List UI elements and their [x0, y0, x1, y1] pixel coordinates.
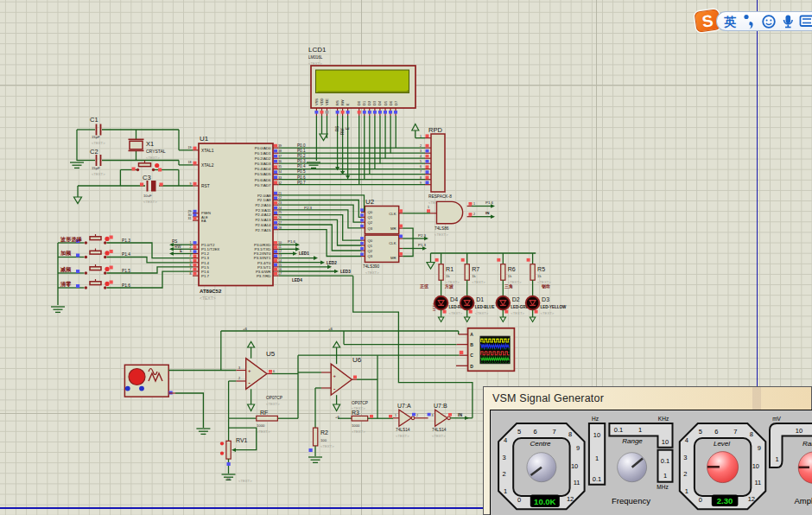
svg-text:D2: D2 [367, 100, 371, 105]
svg-text:P0.3/AD3: P0.3/AD3 [255, 162, 271, 166]
svg-text:P2.2/A10: P2.2/A10 [255, 203, 271, 207]
svg-text:3: 3 [420, 149, 422, 153]
svg-text:P0.2: P0.2 [297, 154, 306, 158]
svg-text:Centre: Centre [530, 440, 551, 448]
svg-text:Ran: Ran [802, 440, 812, 448]
svg-text:27: 27 [278, 221, 282, 225]
svg-text:0.1: 0.1 [661, 457, 669, 465]
svg-text:AT89C52: AT89C52 [200, 289, 222, 294]
svg-text:<TEXT>: <TEXT> [365, 270, 379, 275]
svg-text:U7:B: U7:B [434, 403, 447, 409]
svg-text:12: 12 [278, 250, 282, 253]
svg-text:<TEXT>: <TEXT> [92, 141, 105, 145]
svg-text:8: 8 [420, 176, 422, 180]
svg-text:21: 21 [278, 192, 282, 195]
svg-text:<TEXT>: <TEXT> [511, 311, 524, 315]
svg-text:11: 11 [574, 479, 580, 486]
svg-text:+: + [333, 373, 337, 378]
svg-text:9: 9 [190, 182, 192, 186]
svg-text:24: 24 [278, 207, 282, 210]
svg-text:<TEXT>: <TEXT> [143, 200, 157, 204]
svg-text:D6: D6 [389, 100, 393, 105]
svg-text:三角: 三角 [504, 283, 513, 289]
svg-text:RV1: RV1 [236, 437, 248, 443]
svg-text:5: 5 [190, 259, 192, 263]
svg-text:R1: R1 [446, 266, 454, 272]
svg-text:<TEXT>: <TEXT> [266, 402, 280, 406]
svg-text:P1.4: P1.4 [122, 252, 130, 257]
svg-text:<TEXT>: <TEXT> [352, 429, 365, 434]
svg-text:37: 37 [278, 155, 282, 158]
svg-text:3: 3 [503, 454, 506, 461]
svg-text:B: B [470, 342, 473, 347]
svg-text:MHz: MHz [657, 484, 668, 490]
svg-text:<TEXT>: <TEXT> [146, 156, 160, 160]
svg-text:<TEXT>: <TEXT> [435, 232, 448, 237]
svg-text:R2: R2 [320, 429, 328, 436]
svg-text:D2: D2 [512, 296, 520, 302]
svg-text:RS: RS [335, 100, 339, 105]
svg-text:E: E [180, 249, 182, 253]
svg-text:22: 22 [278, 196, 282, 200]
svg-text:Frequency: Frequency [612, 496, 650, 505]
svg-text:31: 31 [188, 217, 192, 220]
svg-text:<TEXT>: <TEXT> [92, 172, 105, 176]
svg-text:1: 1 [428, 206, 429, 209]
svg-text:D: D [470, 364, 473, 369]
svg-text:VDD: VDD [320, 98, 324, 105]
svg-text:加频: 加频 [60, 250, 72, 257]
svg-text:35: 35 [278, 165, 282, 168]
svg-text:P0.5/AD5: P0.5/AD5 [255, 172, 271, 176]
svg-text:Q0: Q0 [368, 210, 373, 214]
svg-text:1: 1 [775, 455, 778, 463]
svg-text:0.1: 0.1 [593, 475, 601, 483]
svg-text:方波: 方波 [444, 283, 454, 289]
svg-text:P0.6: P0.6 [297, 175, 306, 180]
svg-text:4: 4 [685, 436, 688, 444]
svg-text:U5: U5 [266, 350, 276, 358]
svg-text:<TEXT>: <TEXT> [200, 296, 216, 301]
svg-text:P1.6: P1.6 [122, 283, 130, 288]
svg-text:P2.3/A11: P2.3/A11 [256, 208, 271, 213]
svg-text:6: 6 [420, 165, 422, 168]
svg-text:36: 36 [278, 160, 282, 163]
svg-text:28: 28 [278, 226, 282, 230]
svg-text:19: 19 [188, 146, 192, 149]
svg-text:波形选择: 波形选择 [60, 236, 83, 243]
svg-text:LCD1: LCD1 [308, 46, 327, 54]
svg-text:LM016L: LM016L [308, 55, 323, 60]
svg-text:LED1: LED1 [432, 302, 436, 311]
svg-text:P1.6: P1.6 [485, 200, 494, 205]
svg-text:<TEXT>: <TEXT> [475, 311, 489, 315]
svg-text:17: 17 [278, 272, 282, 276]
svg-text:2: 2 [683, 470, 687, 478]
svg-text:7: 7 [733, 428, 737, 436]
svg-text:X1: X1 [146, 140, 154, 148]
svg-text:100: 100 [320, 438, 327, 442]
svg-text:D5: D5 [384, 100, 388, 105]
svg-text:MR: MR [390, 226, 396, 231]
svg-text:P0.7/AD7: P0.7/AD7 [255, 183, 271, 188]
svg-text:18: 18 [188, 161, 192, 164]
svg-text:8: 8 [190, 272, 192, 276]
svg-text:P0.1: P0.1 [297, 149, 306, 153]
svg-text:RS: RS [335, 126, 339, 131]
svg-text:11: 11 [278, 245, 282, 249]
svg-text:2: 2 [416, 414, 418, 417]
svg-text:减频: 减频 [60, 266, 72, 273]
svg-text:P1.3: P1.3 [418, 243, 427, 247]
svg-text:R3: R3 [352, 410, 359, 416]
svg-text:4: 4 [504, 436, 507, 444]
svg-text:<TEXT>: <TEXT> [320, 444, 334, 448]
svg-text:RST: RST [201, 184, 210, 188]
svg-text:74LS14: 74LS14 [396, 428, 410, 432]
svg-text:<TEXT>: <TEXT> [472, 280, 485, 284]
svg-text:6: 6 [534, 428, 537, 436]
svg-text:Ampl: Ampl [795, 496, 812, 505]
svg-text:2.30: 2.30 [717, 496, 733, 505]
svg-text:EA: EA [201, 219, 206, 223]
svg-text:IN: IN [485, 211, 489, 215]
svg-text:D7: D7 [394, 100, 398, 105]
svg-text:Hz: Hz [592, 416, 599, 422]
svg-text:Q1: Q1 [368, 244, 373, 248]
